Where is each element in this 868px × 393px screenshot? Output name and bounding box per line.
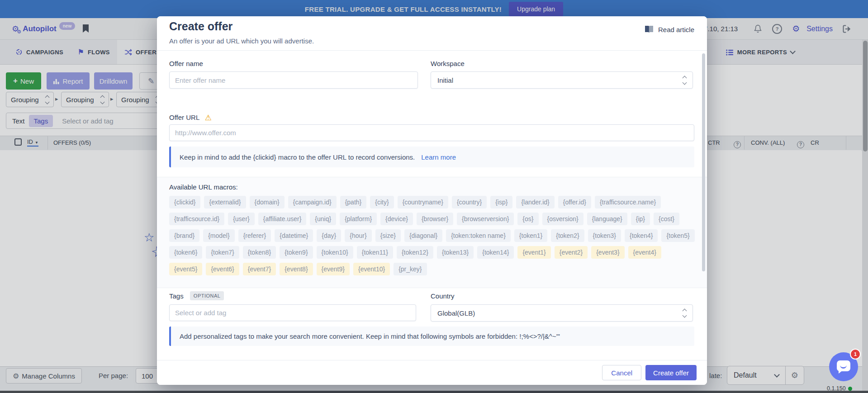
macro-chip[interactable]: {device} (380, 213, 413, 225)
macro-chip[interactable]: {token14} (477, 246, 514, 259)
screen: FREE TRIAL. UPGRADE & GET FULL ACCESS IN… (0, 0, 868, 393)
macro-chip[interactable]: {externalid} (204, 196, 246, 208)
macro-chip[interactable]: {user} (228, 213, 255, 225)
tags-label: Tags OPTIONAL (169, 292, 224, 300)
macro-chip[interactable]: {lander.id} (516, 196, 554, 208)
macro-chip[interactable]: {platform} (340, 213, 377, 225)
macro-chip[interactable]: {token9} (280, 246, 313, 259)
cancel-button[interactable]: Cancel (602, 365, 641, 380)
macro-chip[interactable]: {event8} (280, 263, 313, 275)
book-icon (644, 25, 654, 33)
macro-chip[interactable]: {hour} (345, 229, 371, 242)
chat-unread-badge: 1 (850, 349, 861, 360)
macro-chip[interactable]: {event9} (317, 263, 350, 275)
macro-chip[interactable]: {model} (203, 229, 234, 242)
macro-chip[interactable]: {diagonal} (404, 229, 442, 242)
macro-chip[interactable]: {token2} (551, 229, 584, 242)
country-value: Global(GLB) (437, 309, 475, 317)
macro-chip[interactable]: {city} (370, 196, 394, 208)
macro-chip[interactable]: {trafficsource.id} (169, 213, 224, 225)
macro-chip[interactable]: {event2} (555, 246, 588, 259)
workspace-label: Workspace (431, 60, 465, 67)
macro-chip[interactable]: {token:token name} (446, 229, 511, 242)
macro-chip[interactable]: {event1} (517, 246, 550, 259)
offer-name-input[interactable] (169, 71, 418, 89)
macro-chip[interactable]: {domain} (250, 196, 285, 208)
macro-chip[interactable]: {os} (517, 213, 538, 225)
macro-chip[interactable]: {token7} (206, 246, 239, 259)
learn-more-link[interactable]: Learn more (421, 153, 456, 161)
macro-chip[interactable]: {event7} (243, 263, 276, 275)
tags-input[interactable] (169, 304, 416, 321)
offer-url-label-text: Offer URL (169, 114, 199, 121)
tags-info-box: Add personalized tags to make your searc… (169, 327, 694, 346)
create-offer-modal: Create offer An offer is your ad URL whi… (157, 16, 707, 385)
macro-chip[interactable]: {day} (317, 229, 341, 242)
macro-chip[interactable]: {trafficsource.name} (595, 196, 661, 208)
create-offer-button[interactable]: Create offer (645, 365, 697, 380)
workspace-select[interactable]: Initial (431, 71, 693, 89)
macro-chip[interactable]: {token5} (661, 229, 694, 242)
modal-footer: Cancel Create offer (157, 360, 707, 385)
offer-url-input[interactable] (169, 124, 694, 141)
macro-chip[interactable]: {language} (587, 213, 627, 225)
read-article-link[interactable]: Read article (644, 25, 694, 33)
macro-chip[interactable]: {isp} (490, 196, 512, 208)
modal-scrollbar-thumb[interactable] (702, 53, 705, 271)
macro-chip[interactable]: {event4} (628, 246, 661, 259)
macro-chip[interactable]: {token13} (437, 246, 474, 259)
chat-bubble-icon (837, 360, 850, 371)
macro-chip[interactable]: {affiliate.user} (258, 213, 307, 225)
macro-chip[interactable]: {uniq} (310, 213, 336, 225)
macro-chip[interactable]: {token11} (357, 246, 393, 259)
macro-chip[interactable]: {token10} (317, 246, 353, 259)
clickid-info-box: Keep in mind to add the {clickid} macro … (169, 147, 694, 167)
macros-section: Available URL macros: {clickid}{external… (157, 177, 707, 288)
macro-chip[interactable]: {clickid} (169, 196, 200, 208)
country-select[interactable]: Global(GLB) (431, 304, 693, 322)
window-bottom-edge (0, 391, 868, 393)
offer-url-label: Offer URL ⚠ (169, 113, 212, 123)
workspace-value: Initial (437, 76, 453, 84)
macro-chip[interactable]: {osversion} (542, 213, 583, 225)
warning-icon: ⚠ (205, 114, 212, 122)
modal-subtitle: An offer is your ad URL which you will a… (169, 37, 314, 45)
macro-chip[interactable]: {cost} (654, 213, 679, 225)
chat-widget-button[interactable]: 1 (829, 352, 858, 381)
macro-chip[interactable]: {referer} (238, 229, 271, 242)
macro-chip[interactable]: {country} (452, 196, 487, 208)
macro-chip[interactable]: {size} (375, 229, 401, 242)
macro-chip[interactable]: {offer.id} (558, 196, 591, 208)
updown-chevrons-icon (683, 309, 686, 317)
tags-note: Add personalized tags to make your searc… (180, 332, 560, 340)
tags-label-text: Tags (169, 292, 184, 300)
macro-chip[interactable]: {campaign.id} (288, 196, 337, 208)
macro-chip[interactable]: {browser} (417, 213, 453, 225)
macro-chip[interactable]: {token8} (243, 246, 276, 259)
macros-label: Available URL macros: (169, 183, 238, 191)
macro-chip[interactable]: {token4} (625, 229, 658, 242)
macro-chip[interactable]: {token3} (588, 229, 621, 242)
optional-badge: OPTIONAL (190, 291, 224, 300)
offer-name-label: Offer name (169, 60, 203, 67)
macro-chip[interactable]: {ip} (631, 213, 650, 225)
macro-chip[interactable]: {path} (340, 196, 367, 208)
modal-title: Create offer (169, 20, 232, 33)
macro-chip[interactable]: {event3} (591, 246, 624, 259)
macro-chip[interactable]: {datetime} (275, 229, 313, 242)
macro-chips: {clickid}{externalid}{domain}{campaign.i… (169, 196, 695, 275)
macro-chip[interactable]: {event5} (169, 263, 202, 275)
macro-chip[interactable]: {countryname} (398, 196, 448, 208)
macro-chip[interactable]: {browserversion} (457, 213, 514, 225)
macro-chip[interactable]: {event6} (206, 263, 239, 275)
clickid-note: Keep in mind to add the {clickid} macro … (180, 153, 415, 161)
macro-chip[interactable]: {token1} (514, 229, 547, 242)
macro-chip[interactable]: {token12} (397, 246, 433, 259)
macro-chip[interactable]: {pr_key} (394, 263, 427, 275)
macro-chip[interactable]: {brand} (169, 229, 199, 242)
macro-chip[interactable]: {event10} (353, 263, 390, 275)
updown-chevrons-icon (683, 76, 686, 84)
macro-chip[interactable]: {token6} (169, 246, 202, 259)
country-label: Country (431, 292, 455, 300)
modal-header: Create offer An offer is your ad URL whi… (157, 16, 707, 51)
